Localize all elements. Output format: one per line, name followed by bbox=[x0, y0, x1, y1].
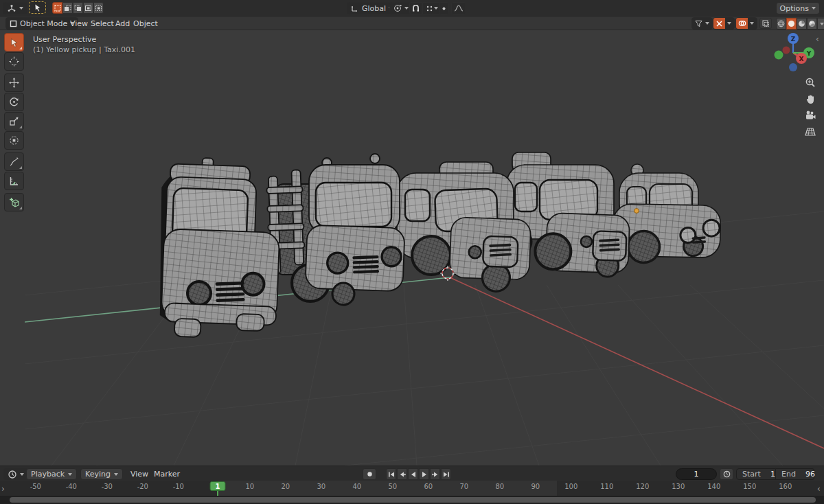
sidebar-toggle-arrow[interactable]: ‹ bbox=[816, 34, 819, 44]
play-button[interactable] bbox=[419, 468, 429, 480]
snap-increment-icon bbox=[426, 5, 433, 12]
gizmo-axis-neg-x[interactable] bbox=[775, 51, 783, 60]
timeline-menu-marker[interactable]: Marker bbox=[150, 467, 184, 481]
xray-toggle-icon bbox=[762, 20, 770, 27]
axis-lines bbox=[25, 277, 824, 448]
timeline-menu-view[interactable]: View bbox=[126, 467, 152, 481]
blender-window: Global bbox=[0, 0, 824, 504]
snap-toggle-button[interactable] bbox=[409, 2, 422, 14]
auto-keying-toggle[interactable] bbox=[363, 468, 376, 480]
select-mode-extend[interactable] bbox=[62, 2, 73, 14]
timeline-editor-icon bbox=[8, 470, 16, 479]
select-mode-new[interactable] bbox=[52, 2, 62, 14]
select-mode-invert[interactable] bbox=[83, 2, 93, 14]
play-icon bbox=[421, 471, 428, 478]
ruler-expand-arrow[interactable]: › bbox=[1, 484, 5, 494]
camera-view-icon bbox=[805, 111, 816, 120]
prev-keyframe-icon bbox=[399, 471, 406, 478]
menu-object[interactable]: Object bbox=[129, 16, 162, 30]
select-box-icon bbox=[10, 38, 19, 47]
play-reverse-button[interactable] bbox=[408, 468, 418, 480]
pan-hand-icon bbox=[805, 94, 816, 104]
ruler-tick-label: 130 bbox=[672, 483, 685, 490]
chevron-down-icon bbox=[404, 7, 409, 10]
gizmo-axis-z[interactable]: Z bbox=[788, 33, 799, 44]
chevron-down-icon bbox=[727, 22, 731, 25]
gizmo-axis-neg-z[interactable] bbox=[789, 63, 797, 71]
active-tool-button[interactable] bbox=[29, 1, 46, 14]
visibility-filter-icon bbox=[695, 20, 702, 27]
navigation-gizmo[interactable]: Z Y X bbox=[770, 31, 820, 76]
timeline-scrollbar[interactable] bbox=[10, 497, 816, 503]
transform-tool-icon bbox=[9, 135, 19, 146]
use-preview-range-toggle[interactable] bbox=[720, 468, 733, 480]
svg-text:X: X bbox=[799, 56, 804, 62]
zoom-view-button[interactable] bbox=[801, 74, 819, 91]
tool-annotate[interactable] bbox=[4, 152, 24, 171]
axis-x-line bbox=[450, 277, 824, 448]
prev-keyframe-button[interactable] bbox=[397, 468, 407, 480]
vehicle-van[interactable] bbox=[397, 162, 531, 293]
pan-view-button[interactable] bbox=[801, 91, 819, 107]
chevron-down-icon bbox=[750, 22, 754, 25]
measure-ruler-icon bbox=[9, 176, 19, 186]
chevron-down-icon bbox=[114, 473, 118, 476]
preview-clock-icon bbox=[723, 470, 731, 478]
tool-add-cube[interactable] bbox=[4, 193, 24, 211]
frame-start-field[interactable]: Start1 bbox=[736, 468, 776, 480]
options-button[interactable]: Options bbox=[776, 2, 820, 14]
tool-cursor[interactable] bbox=[4, 52, 24, 71]
timeline-editor-type-button[interactable] bbox=[3, 468, 29, 480]
select-mode-subtract[interactable] bbox=[73, 2, 83, 14]
shading-rendered[interactable] bbox=[807, 18, 817, 30]
shading-wireframe[interactable] bbox=[776, 18, 786, 30]
show-gizmo-toggle[interactable] bbox=[713, 17, 735, 30]
vehicle-bus[interactable] bbox=[157, 157, 282, 340]
current-frame-field[interactable]: 1 bbox=[676, 468, 717, 480]
visibility-filter-dropdown[interactable] bbox=[691, 17, 713, 30]
snap-group bbox=[409, 2, 442, 14]
tool-select-box[interactable] bbox=[4, 33, 24, 51]
shading-solid[interactable] bbox=[786, 18, 797, 30]
vehicle-pickup[interactable] bbox=[266, 154, 405, 305]
play-reverse-icon bbox=[410, 471, 417, 478]
playback-dropdown[interactable]: Playback bbox=[26, 468, 77, 480]
playhead-marker[interactable]: 1 bbox=[210, 481, 226, 491]
chevron-down-icon bbox=[820, 23, 824, 25]
tool-transform[interactable] bbox=[4, 131, 24, 150]
shading-dropdown[interactable] bbox=[817, 18, 824, 30]
jump-start-icon bbox=[388, 471, 395, 478]
toggle-ortho-button[interactable] bbox=[801, 124, 819, 140]
jump-to-end-button[interactable] bbox=[441, 468, 451, 480]
tool-move[interactable] bbox=[4, 73, 24, 92]
proportional-editing-toggle[interactable] bbox=[439, 2, 449, 14]
proportional-falloff-dropdown[interactable] bbox=[451, 2, 466, 14]
tool-measure[interactable] bbox=[4, 172, 24, 190]
ruler-tick-label: -40 bbox=[66, 483, 77, 490]
xray-toggle[interactable] bbox=[759, 18, 772, 29]
mode-value: Object Mode bbox=[20, 19, 67, 28]
shading-mode-group bbox=[776, 18, 824, 30]
chevron-down-icon bbox=[812, 7, 816, 10]
add-cube-icon bbox=[9, 197, 20, 208]
shading-material[interactable] bbox=[797, 18, 807, 30]
timeline-sidebar-toggle[interactable]: ‹ bbox=[817, 484, 821, 494]
keying-dropdown[interactable]: Keying bbox=[80, 468, 123, 480]
tool-rotate[interactable] bbox=[4, 93, 24, 111]
select-extend-icon bbox=[64, 5, 71, 12]
select-mode-intersect[interactable] bbox=[93, 2, 104, 14]
editor-type-button[interactable] bbox=[3, 2, 27, 14]
proportional-editing-icon bbox=[441, 5, 447, 12]
ruler-tick-label: 150 bbox=[743, 483, 756, 490]
next-keyframe-button[interactable] bbox=[430, 468, 440, 480]
gizmo-axis-neg-y[interactable] bbox=[783, 47, 790, 54]
gizmo-axis-x[interactable]: X bbox=[796, 53, 807, 64]
jump-to-start-button[interactable] bbox=[386, 468, 396, 480]
show-overlays-toggle[interactable] bbox=[735, 17, 757, 30]
timeline-ruler[interactable]: -50-40-30-20-101020304050607080901001101… bbox=[0, 481, 824, 496]
camera-view-button[interactable] bbox=[801, 107, 819, 124]
viewport-3d[interactable]: User Perspective (1) Yellow pickup | Tax… bbox=[0, 30, 824, 466]
frame-end-field[interactable]: End96 bbox=[776, 468, 814, 480]
gizmo-toggle-icon bbox=[716, 20, 723, 27]
tool-scale[interactable] bbox=[4, 112, 24, 130]
